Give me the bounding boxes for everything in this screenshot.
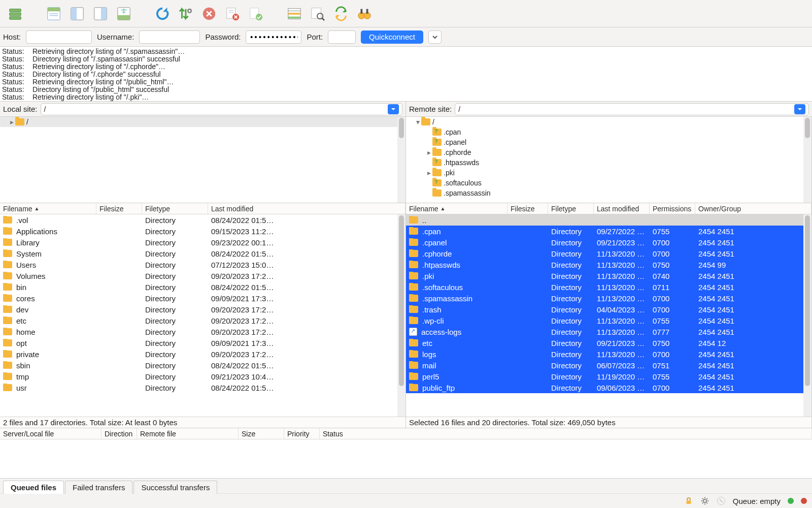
toggle-log-button[interactable]: [44, 4, 64, 24]
password-input[interactable]: [246, 30, 301, 44]
local-tree[interactable]: ▸/: [0, 117, 405, 203]
col-modified[interactable]: Last modified: [208, 203, 405, 214]
username-input[interactable]: [139, 30, 200, 44]
col-remote-file[interactable]: Remote file: [137, 428, 239, 439]
col-priority[interactable]: Priority: [284, 428, 320, 439]
sort-asc-icon: ▲: [441, 206, 446, 211]
col-owner[interactable]: Owner/Group: [695, 203, 811, 214]
file-row[interactable]: privateDirectory09/20/2023 17:2…: [0, 348, 397, 360]
file-row[interactable]: sbinDirectory08/24/2022 01:5…: [0, 360, 397, 371]
file-row[interactable]: .pkiDirectory11/13/2020 0…07402454 2451: [406, 270, 803, 281]
tree-item[interactable]: .htpasswds: [406, 157, 811, 168]
toggle-remote-tree-button[interactable]: [90, 4, 111, 24]
tree-item[interactable]: ▸.pki: [406, 168, 811, 178]
col-filetype[interactable]: Filetype: [142, 203, 208, 214]
file-row[interactable]: tmpDirectory09/21/2023 10:4…: [0, 371, 397, 382]
file-row[interactable]: devDirectory09/20/2023 17:2…: [0, 304, 397, 315]
file-row[interactable]: .cpanelDirectory09/21/2023 1…07002454 24…: [406, 237, 803, 248]
col-status[interactable]: Status: [320, 428, 812, 439]
file-row[interactable]: usrDirectory08/24/2022 01:5…: [0, 382, 397, 393]
file-row[interactable]: perl5Directory11/19/2020 0…07552454 2451: [406, 371, 803, 382]
file-row[interactable]: .wp-cliDirectory11/13/2020 0…07552454 24…: [406, 315, 803, 326]
chevron-down-icon: [432, 34, 438, 40]
col-filesize[interactable]: Filesize: [96, 203, 142, 214]
port-input[interactable]: [328, 30, 356, 44]
tree-item[interactable]: ▸/: [0, 117, 405, 127]
file-row[interactable]: VolumesDirectory09/20/2023 17:2…: [0, 270, 397, 281]
scrollbar[interactable]: [803, 117, 811, 203]
reconnect-button[interactable]: [246, 4, 266, 24]
file-row[interactable]: .cpanDirectory09/27/2022 1…07552454 2451: [406, 226, 803, 237]
parent-dir-row[interactable]: ..: [406, 214, 803, 226]
message-log[interactable]: Status:Retrieving directory listing of "…: [0, 47, 812, 102]
file-row[interactable]: optDirectory09/09/2021 17:3…: [0, 337, 397, 348]
tree-item[interactable]: .cpanel: [406, 137, 811, 147]
local-list-header[interactable]: Filename ▲ Filesize Filetype Last modifi…: [0, 203, 405, 214]
find-button[interactable]: [354, 4, 375, 24]
file-row[interactable]: .spamassassinDirectory11/13/2020 0…07002…: [406, 293, 803, 304]
filter-button[interactable]: [308, 4, 328, 24]
host-input[interactable]: [26, 30, 92, 44]
col-filename[interactable]: Filename: [3, 205, 32, 213]
file-row[interactable]: access-logsDirectory11/13/2020 0…0777245…: [406, 326, 803, 337]
col-size[interactable]: Size: [239, 428, 284, 439]
local-file-list[interactable]: Filename ▲ Filesize Filetype Last modifi…: [0, 203, 405, 417]
compare-button[interactable]: [284, 4, 304, 24]
tree-item[interactable]: .cpan: [406, 127, 811, 137]
tab-failed-transfers[interactable]: Failed transfers: [65, 481, 132, 494]
remote-tree[interactable]: ▾/.cpan.cpanel▸.cphorde.htpasswds▸.pki.s…: [406, 117, 811, 203]
tree-item[interactable]: ▾/: [406, 117, 811, 127]
transfer-queue[interactable]: Server/Local file Direction Remote file …: [0, 428, 812, 479]
gear-icon[interactable]: [700, 496, 709, 505]
file-row[interactable]: mailDirectory06/07/2023 1…07512454 2451: [406, 360, 803, 371]
file-row[interactable]: LibraryDirectory09/23/2022 00:1…: [0, 237, 397, 248]
col-permissions[interactable]: Permissions: [650, 203, 695, 214]
svg-line-28: [322, 18, 324, 20]
local-path-dropdown[interactable]: /: [41, 103, 402, 115]
sync-browse-button[interactable]: [331, 4, 351, 24]
col-filetype[interactable]: Filetype: [548, 203, 594, 214]
col-direction[interactable]: Direction: [101, 428, 137, 439]
remote-file-list[interactable]: Filename ▲ Filesize Filetype Last modifi…: [406, 203, 811, 417]
tree-item[interactable]: ▸.cphorde: [406, 147, 811, 157]
log-line: Status:Retrieving directory listing of "…: [2, 48, 810, 55]
file-row[interactable]: .htpasswdsDirectory11/13/2020 0…07502454…: [406, 259, 803, 270]
site-manager-button[interactable]: [5, 4, 25, 24]
col-modified[interactable]: Last modified: [594, 203, 650, 214]
col-filesize[interactable]: Filesize: [507, 203, 548, 214]
file-row[interactable]: SystemDirectory08/24/2022 01:5…: [0, 248, 397, 259]
quickconnect-button[interactable]: Quickconnect: [361, 30, 423, 44]
quickconnect-history-dropdown[interactable]: [428, 30, 442, 44]
file-row[interactable]: etcDirectory09/21/2023 1…07502454 12: [406, 337, 803, 348]
file-row[interactable]: .softaculousDirectory11/13/2020 0…071124…: [406, 281, 803, 293]
tree-item[interactable]: .softaculous: [406, 178, 811, 188]
file-row[interactable]: public_ftpDirectory09/06/2023 …07002454 …: [406, 382, 803, 393]
file-row[interactable]: binDirectory08/24/2022 01:5…: [0, 281, 397, 293]
scrollbar[interactable]: [397, 214, 405, 417]
scrollbar[interactable]: [397, 117, 405, 203]
col-server-local[interactable]: Server/Local file: [0, 428, 101, 439]
file-row[interactable]: .trashDirectory04/04/2023 …07002454 2451: [406, 304, 803, 315]
file-row[interactable]: UsersDirectory07/12/2023 15:0…: [0, 259, 397, 270]
file-row[interactable]: etcDirectory09/20/2023 17:2…: [0, 315, 397, 326]
file-row[interactable]: .volDirectory08/24/2022 01:5…: [0, 214, 397, 226]
toggle-queue-button[interactable]: [114, 4, 134, 24]
file-row[interactable]: logsDirectory11/13/2020 0…07002454 2451: [406, 348, 803, 360]
disconnect-button[interactable]: [222, 4, 243, 24]
local-path-bar: Local site: /: [0, 102, 406, 117]
refresh-button[interactable]: [152, 4, 173, 24]
process-queue-button[interactable]: [176, 4, 196, 24]
file-row[interactable]: homeDirectory09/20/2023 17:2…: [0, 326, 397, 337]
scrollbar[interactable]: [803, 214, 811, 417]
tab-successful-transfers[interactable]: Successful transfers: [133, 481, 217, 494]
remote-path-dropdown[interactable]: /: [455, 103, 809, 115]
file-row[interactable]: .cphordeDirectory11/13/2020 0…07002454 2…: [406, 248, 803, 259]
file-row[interactable]: coresDirectory09/09/2021 17:3…: [0, 293, 397, 304]
tab-queued-files[interactable]: Queued files: [3, 481, 64, 494]
cancel-button[interactable]: [199, 4, 219, 24]
file-row[interactable]: ApplicationsDirectory09/15/2023 11:2…: [0, 226, 397, 237]
col-filename[interactable]: Filename: [409, 205, 438, 213]
tree-item[interactable]: .spamassassin: [406, 188, 811, 198]
toggle-local-tree-button[interactable]: [67, 4, 87, 24]
remote-list-header[interactable]: Filename ▲ Filesize Filetype Last modifi…: [406, 203, 811, 214]
